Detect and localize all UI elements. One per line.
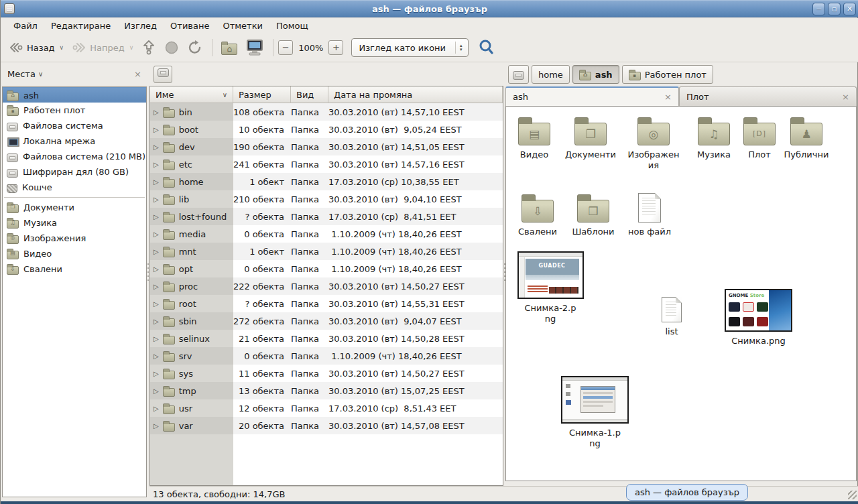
reload-button[interactable]	[183, 37, 207, 58]
table-row-selinux[interactable]: ▷selinux21 обектаПапка30.03.2010 (вт) 14…	[150, 330, 503, 347]
expander-icon[interactable]: ▷	[154, 248, 159, 255]
table-row-media[interactable]: ▷media0 обектаПапка 1.10.2009 (чт) 18,40…	[150, 225, 503, 243]
icon-item-list[interactable]: list	[644, 297, 700, 337]
sidebar-item-documents[interactable]: ❐Документи	[3, 200, 146, 215]
breadcrumb-home-button[interactable]: home	[532, 65, 570, 84]
zoom-in-button[interactable]: +	[328, 40, 343, 55]
sidebar-item-local-network[interactable]: Локална мрежа	[3, 133, 146, 149]
icon-item-templates[interactable]: ❒Шаблони	[565, 193, 621, 237]
sidebar-item-music[interactable]: ♫Музика	[3, 215, 146, 231]
back-button[interactable]: Назад ∨	[5, 38, 68, 57]
table-row-var[interactable]: ▷var20 обектаПапка30.03.2010 (вт) 14,57,…	[150, 417, 503, 434]
sidebar-item-encrypted-80gb[interactable]: Шифриран дял (80 GB)	[3, 164, 146, 180]
expander-icon[interactable]: ▷	[154, 387, 159, 395]
chevron-down-icon[interactable]: ∨	[38, 70, 43, 78]
table-row-opt[interactable]: ▷opt0 обектаПапка 1.10.2009 (чт) 18,40,2…	[150, 260, 503, 277]
computer-button[interactable]	[241, 36, 268, 59]
icon-item-snimka-2[interactable]: GUADEC Снимка-2.png	[517, 251, 584, 324]
table-row-boot[interactable]: ▷boot10 обектаПапка30.03.2010 (вт) 9,05,…	[150, 121, 503, 138]
menu-view[interactable]: Изглед	[118, 19, 163, 32]
table-row-lib[interactable]: ▷lib210 обектаПапка30.03.2010 (вт) 9,04,…	[150, 190, 503, 208]
sidebar-item-video[interactable]: ▤Видео	[3, 246, 146, 261]
resize-grip[interactable]	[848, 491, 857, 499]
expander-icon[interactable]: ▷	[154, 405, 159, 412]
icon-item-images[interactable]: ◎Изображения	[625, 116, 682, 171]
breadcrumb-ash-button[interactable]: ⌂ash	[572, 65, 619, 84]
sidebar-item-downloads[interactable]: ⇩Свалени	[3, 261, 146, 277]
table-row-srv[interactable]: ▷srv0 обектаПапка 1.10.2009 (чт) 18,40,2…	[150, 347, 503, 365]
tab-close-icon[interactable]: ×	[837, 92, 849, 102]
menu-bookmarks[interactable]: Отметки	[217, 19, 268, 32]
expander-icon[interactable]: ▷	[154, 300, 159, 308]
close-button[interactable]: ✕	[843, 3, 856, 15]
menu-help[interactable]: Помощ	[270, 19, 314, 32]
expander-icon[interactable]: ▷	[154, 196, 159, 203]
expander-icon[interactable]: ▷	[154, 213, 159, 220]
expander-icon[interactable]: ▷	[154, 231, 159, 238]
menu-file[interactable]: Файл	[7, 19, 44, 32]
zoom-out-button[interactable]: −	[278, 40, 293, 55]
expander-icon[interactable]: ▷	[154, 353, 159, 360]
view-mode-combobox[interactable]: Изглед като икони ▴▾	[351, 38, 468, 57]
icon-item-new-file[interactable]: нов файл	[621, 193, 678, 237]
search-button[interactable]	[474, 36, 499, 59]
breadcrumb-desktop-button[interactable]: ▪Работен плот	[622, 65, 713, 84]
expander-icon[interactable]: ▷	[154, 265, 159, 273]
table-row-lost-found[interactable]: ▷lost+found? обектаПапка17.03.2010 (ср) …	[150, 208, 503, 225]
expander-icon[interactable]: ▷	[154, 370, 159, 377]
sidebar-title[interactable]: Места	[7, 69, 36, 79]
column-header-date[interactable]: Дата на промяна	[328, 86, 503, 103]
icon-view[interactable]: ▤Видео ❐Документи ◎Изображения ♫Музика […	[505, 106, 857, 481]
table-row-sys[interactable]: ▷sys11 обектаПапка30.03.2010 (вт) 14,50,…	[150, 365, 503, 382]
expander-icon[interactable]: ▷	[154, 126, 159, 133]
expander-icon[interactable]: ▷	[154, 283, 159, 290]
menu-go[interactable]: Отиване	[164, 19, 215, 32]
titlebar[interactable]: ash — файлов браузър ─ ▫ ✕	[1, 0, 858, 17]
table-row-root[interactable]: ▷root? обектаПапка30.03.2010 (вт) 14,55,…	[150, 295, 503, 312]
table-row-usr[interactable]: ▷usr12 обектаПапка17.03.2010 (ср) 8,51,4…	[150, 399, 503, 417]
column-header-name[interactable]: Име∨	[150, 86, 233, 103]
expander-icon[interactable]: ▷	[154, 143, 159, 151]
sidebar-item-images[interactable]: ◎Изображения	[3, 231, 146, 246]
tab-ash[interactable]: ash×	[505, 86, 679, 106]
minimize-button[interactable]: ─	[812, 3, 825, 15]
maximize-button[interactable]: ▫	[828, 3, 841, 15]
home-button[interactable]: ⌂	[217, 38, 241, 58]
root-location-button[interactable]	[154, 66, 172, 83]
stop-button[interactable]	[160, 38, 183, 58]
table-row-tmp[interactable]: ▷tmp13 обектаПапка30.03.2010 (вт) 15,07,…	[150, 382, 503, 399]
sidebar-item-ash[interactable]: ⌂ash	[3, 87, 146, 103]
up-button[interactable]	[137, 37, 160, 58]
sidebar-item-trash[interactable]: Кошче	[3, 180, 146, 195]
sidebar-item-filesystem[interactable]: Файлова система	[3, 118, 146, 133]
tab-plot[interactable]: Плот×	[679, 86, 857, 106]
sidebar-close-icon[interactable]: ×	[134, 69, 141, 79]
expander-icon[interactable]: ▷	[154, 318, 159, 325]
icon-item-snimka[interactable]: GNOME Store Снимка.png	[723, 289, 794, 346]
sidebar-item-filesystem-210mb[interactable]: Файлова система (210 MB)	[3, 149, 146, 164]
forward-history-dropdown[interactable]: ∨	[129, 44, 134, 51]
column-header-type[interactable]: Вид	[291, 86, 328, 103]
table-row-sbin[interactable]: ▷sbin272 обектаПапка30.03.2010 (вт) 9,04…	[150, 312, 503, 330]
column-header-size[interactable]: Размер	[233, 86, 291, 103]
expander-icon[interactable]: ▷	[154, 335, 159, 342]
expander-icon[interactable]: ▷	[154, 109, 159, 116]
table-row-dev[interactable]: ▷dev190 обектаПапка30.03.2010 (вт) 14,51…	[150, 138, 503, 155]
tab-close-icon[interactable]: ×	[659, 92, 672, 102]
table-row-mnt[interactable]: ▷mnt1 обектПапка 1.10.2009 (чт) 18,40,26…	[150, 243, 503, 260]
table-row-proc[interactable]: ▷proc222 обектаПапка30.03.2010 (вт) 14,5…	[150, 277, 503, 295]
icon-item-snimka-1[interactable]: Снимка-1.png	[560, 376, 630, 449]
icon-item-documents[interactable]: ❐Документи	[562, 116, 619, 160]
table-row-bin[interactable]: ▷bin108 обектаПапка30.03.2010 (вт) 14,57…	[150, 103, 503, 121]
table-row-etc[interactable]: ▷etc241 обектаПапка30.03.2010 (вт) 14,57…	[150, 155, 503, 173]
icon-item-downloads[interactable]: ⇩Свалени	[509, 193, 566, 237]
icon-item-public[interactable]: ♟Публични	[778, 116, 835, 160]
back-history-dropdown[interactable]: ∨	[60, 44, 64, 51]
icon-item-video[interactable]: ▤Видео	[506, 116, 562, 160]
menu-edit[interactable]: Редактиране	[45, 19, 117, 32]
expander-icon[interactable]: ▷	[154, 178, 159, 186]
expander-icon[interactable]: ▷	[154, 422, 159, 430]
table-row-home[interactable]: ▷home1 обектПапка17.03.2010 (ср) 10,38,5…	[150, 173, 503, 190]
expander-icon[interactable]: ▷	[154, 161, 159, 168]
breadcrumb-root-button[interactable]	[508, 65, 529, 84]
